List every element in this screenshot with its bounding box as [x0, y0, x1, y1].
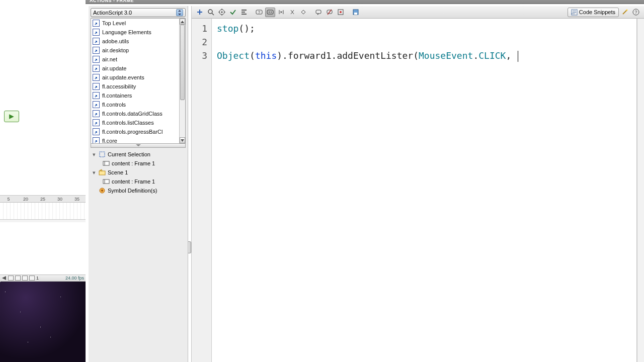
save-icon[interactable]: [351, 8, 361, 17]
package-icon: [93, 74, 100, 81]
scroll-thumb[interactable]: [180, 25, 185, 100]
package-item[interactable]: air.update: [91, 64, 179, 73]
timeline-frames[interactable]: [0, 203, 86, 220]
help-icon[interactable]: ?: [631, 8, 641, 17]
package-label: Top Level: [102, 20, 126, 26]
scroll-down-icon[interactable]: [180, 137, 185, 143]
timeline-status-icon[interactable]: [29, 276, 35, 281]
actionscript-version-dropdown[interactable]: ActionScript 3.0: [91, 8, 186, 17]
package-label: air.update.events: [102, 74, 144, 80]
code-editor[interactable]: 1 2 3 stop(); Object(this).forward1.addE…: [192, 19, 637, 362]
code-hint-icon[interactable]: ?: [254, 8, 264, 17]
svg-rect-31: [267, 10, 273, 14]
package-label: air.net: [102, 56, 117, 62]
package-label: fl.controls.listClasses: [102, 120, 154, 126]
package-item[interactable]: adobe.utils: [91, 37, 179, 46]
package-label: fl.controls.dataGridClass: [102, 111, 163, 117]
frame-icon: [103, 160, 110, 167]
package-icon: [93, 65, 100, 72]
find-icon[interactable]: [206, 8, 216, 17]
package-item[interactable]: Top Level: [91, 19, 179, 28]
tree-node-current-selection[interactable]: ▾ Current Selection: [91, 150, 186, 159]
tree-toggle-icon[interactable]: ▾: [92, 152, 97, 157]
code-snippets-button[interactable]: Code Snippets: [568, 8, 619, 17]
text-cursor: [518, 51, 518, 62]
package-item[interactable]: air.update.events: [91, 73, 179, 82]
editor-scrollbar[interactable]: [637, 19, 644, 362]
package-icon: [93, 56, 100, 63]
svg-line-48: [623, 10, 627, 14]
package-item[interactable]: Language Elements: [91, 28, 179, 37]
collapse-between-icon[interactable]: [276, 8, 286, 17]
package-item[interactable]: fl.core: [91, 136, 179, 143]
package-label: fl.controls: [102, 102, 126, 108]
package-item[interactable]: fl.controls.listClasses: [91, 118, 179, 127]
line-gutter: 1 2 3: [192, 19, 212, 362]
package-item[interactable]: fl.controls.dataGridClass: [91, 109, 179, 118]
svg-marker-1: [2, 276, 6, 280]
svg-marker-2: [178, 10, 181, 12]
line-number: 2: [192, 35, 207, 49]
code-editor-panel: ? Code Snippets ? 1 2 3 stop(); Object(t…: [191, 6, 644, 362]
script-navigator-tree[interactable]: ▾ Current Selection content : Frame 1 ▾ …: [91, 150, 186, 195]
wand-icon[interactable]: [620, 8, 630, 17]
package-list[interactable]: Top LevelLanguage Elementsadobe.utilsair…: [91, 18, 186, 144]
package-item[interactable]: fl.containers: [91, 91, 179, 100]
tree-toggle-icon[interactable]: ▾: [92, 170, 97, 175]
package-label: fl.accessibility: [102, 83, 136, 89]
package-icon: [93, 38, 100, 45]
tree-node-symbols[interactable]: Symbol Definition(s): [91, 186, 186, 195]
frame-icon: [103, 178, 110, 185]
package-item[interactable]: air.desktop: [91, 46, 179, 55]
debug-options-icon[interactable]: [265, 8, 275, 17]
package-icon: [93, 110, 100, 117]
timeline-tick: 20: [17, 197, 34, 202]
svg-marker-3: [178, 14, 181, 15]
package-label: Language Elements: [102, 29, 151, 35]
comment-icon[interactable]: [313, 8, 324, 17]
breakpoint-icon[interactable]: [336, 8, 346, 17]
fps-display: 24.00 fps: [65, 276, 84, 281]
rewind-icon[interactable]: [2, 276, 7, 281]
package-label: fl.containers: [102, 93, 132, 99]
add-script-icon[interactable]: [195, 8, 205, 17]
collapse-selection-icon[interactable]: [287, 8, 297, 17]
tree-node-scene[interactable]: ▾ Scene 1: [91, 168, 186, 177]
target-icon[interactable]: [217, 8, 227, 17]
stage-canvas: [0, 0, 86, 282]
timeline-status-icon[interactable]: [15, 276, 21, 281]
tree-item-frame[interactable]: content : Frame 1: [91, 177, 186, 186]
svg-marker-0: [9, 114, 14, 119]
svg-point-49: [626, 10, 628, 11]
svg-marker-11: [100, 169, 102, 171]
uncomment-icon[interactable]: [325, 8, 335, 17]
package-icon: [93, 29, 100, 36]
package-item[interactable]: fl.accessibility: [91, 82, 179, 91]
timeline-status-icon[interactable]: [8, 276, 14, 281]
line-number: 1: [192, 22, 207, 35]
package-item[interactable]: air.net: [91, 55, 179, 64]
tree-label: Symbol Definition(s): [108, 188, 157, 194]
autoformat-icon[interactable]: [239, 8, 249, 17]
package-item[interactable]: fl.controls.progressBarCl: [91, 127, 179, 136]
timeline[interactable]: 5 20 25 30 35: [0, 195, 86, 222]
timeline-status-icon[interactable]: [22, 276, 28, 281]
current-frame: 1: [36, 276, 39, 281]
svg-rect-12: [103, 179, 109, 184]
svg-marker-4: [181, 21, 184, 23]
svg-marker-5: [181, 139, 184, 142]
timeline-ruler: 5 20 25 30 35: [0, 196, 86, 203]
check-syntax-icon[interactable]: [228, 8, 238, 17]
package-list-scrollbar[interactable]: [179, 19, 185, 143]
package-item[interactable]: fl.controls: [91, 100, 179, 109]
package-icon: [93, 128, 100, 135]
stage-play-button[interactable]: [4, 111, 19, 122]
panel-title: ACTIONS - FRAME: [90, 0, 134, 3]
code-text[interactable]: stop(); Object(this).forward1.addEventLi…: [212, 19, 636, 362]
desktop-wallpaper: [0, 282, 86, 362]
expand-all-icon[interactable]: [298, 8, 308, 17]
panel-title-bar: ACTIONS - FRAME: [86, 0, 644, 4]
tree-item-frame[interactable]: content : Frame 1: [91, 159, 186, 168]
pane-resize-handle[interactable]: [91, 144, 186, 148]
scroll-up-icon[interactable]: [180, 19, 185, 25]
